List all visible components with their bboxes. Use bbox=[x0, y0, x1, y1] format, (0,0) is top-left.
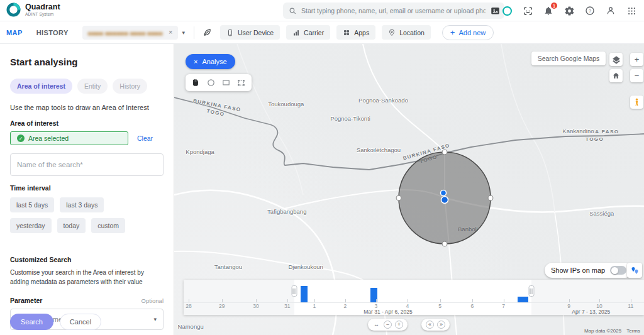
tab-entity[interactable]: Entity bbox=[77, 79, 108, 94]
timeline-tick bbox=[287, 299, 288, 302]
draw-polygon-tool[interactable] bbox=[235, 77, 247, 89]
timeline-tick bbox=[222, 299, 223, 302]
map-canvas[interactable]: BURKINA FASOTOGOBURKINA FASOTOGOBURKINA … bbox=[174, 44, 644, 335]
timeline-range-handle[interactable] bbox=[291, 285, 297, 297]
upload-photo-icon[interactable] bbox=[490, 6, 501, 16]
page-title: Start analysing bbox=[10, 57, 164, 67]
preset-last-3-days[interactable]: last 3 days bbox=[60, 197, 104, 212]
draw-rectangle-tool[interactable] bbox=[220, 77, 232, 89]
filter-user-device[interactable]: User Device bbox=[220, 25, 280, 40]
filter-carrier[interactable]: Carrier bbox=[286, 25, 330, 40]
notifications-bell-icon[interactable]: 1 bbox=[542, 4, 555, 17]
svg-text:?: ? bbox=[589, 8, 591, 14]
preset-yesterday[interactable]: yesterday bbox=[10, 218, 52, 233]
device-location-marker[interactable] bbox=[441, 190, 447, 196]
timeline-range-handle[interactable] bbox=[528, 285, 534, 297]
face-scan-icon[interactable] bbox=[521, 4, 534, 17]
timeline-tick bbox=[599, 299, 600, 302]
settings-gear-icon[interactable] bbox=[563, 4, 575, 17]
analyse-button[interactable]: × Analyse bbox=[186, 54, 235, 69]
time-presets: last 5 days last 3 days yesterday today … bbox=[10, 197, 145, 233]
timeline-activity-bar bbox=[518, 297, 528, 302]
filter-location[interactable]: Location bbox=[382, 25, 431, 40]
pan-hand-tool[interactable] bbox=[190, 77, 202, 89]
cancel-button[interactable]: Cancel bbox=[60, 314, 101, 330]
search-button[interactable]: Search bbox=[10, 314, 53, 330]
draw-tools-palette bbox=[186, 74, 252, 91]
aoi-resize-handle-s[interactable] bbox=[442, 241, 447, 246]
zoom-in-button[interactable]: + bbox=[630, 53, 643, 66]
aoi-label: Area of interest bbox=[10, 119, 164, 127]
close-icon[interactable]: × bbox=[169, 29, 172, 36]
aoi-status-row: ✓ Area selected Clear bbox=[10, 131, 164, 145]
home-icon bbox=[612, 72, 620, 80]
layers-icon bbox=[612, 55, 621, 64]
clear-link[interactable]: Clear bbox=[137, 135, 153, 142]
aoi-resize-handle-w[interactable] bbox=[396, 195, 401, 200]
global-search-input[interactable] bbox=[301, 7, 486, 14]
show-ips-toggle[interactable] bbox=[610, 266, 626, 275]
terms-link[interactable]: Terms bbox=[626, 328, 640, 334]
timeline-next-button[interactable]: » bbox=[437, 321, 445, 329]
preset-custom[interactable]: custom bbox=[91, 218, 125, 233]
timeline-tick bbox=[189, 299, 189, 302]
ip-markers-button[interactable] bbox=[627, 263, 642, 278]
chevron-down-icon[interactable]: ▾ bbox=[182, 30, 185, 36]
tab-history-sidebar[interactable]: History bbox=[113, 79, 147, 94]
timeline-zoom-out-button[interactable]: − bbox=[384, 321, 392, 329]
time-interval-label: Time interval bbox=[10, 184, 164, 192]
tab-area-of-interest[interactable]: Area of interest bbox=[10, 79, 72, 94]
brand-subtitle: ADINT System bbox=[25, 12, 60, 16]
timeline-dim-left bbox=[184, 280, 294, 315]
timeline-range-label: Mar 31 - Apr 6, 2025 bbox=[364, 309, 413, 315]
show-ips-control[interactable]: Show IPs on map bbox=[545, 263, 633, 278]
filter-apps[interactable]: Apps bbox=[336, 25, 375, 40]
timeline-tick bbox=[504, 299, 504, 302]
timeline-pan-button[interactable]: ↔ bbox=[372, 321, 380, 329]
aoi-resize-handle-n[interactable] bbox=[442, 150, 447, 155]
view-toolbar: MAP HISTORY ▄▄▄▄ ▄▄▄▄▄▄ ▄▄▄▄ ▄▄▄▄ × ▾ Us… bbox=[0, 21, 644, 44]
pegman-icon bbox=[633, 97, 641, 107]
notification-badge: 1 bbox=[551, 3, 557, 9]
plus-icon: + bbox=[450, 28, 455, 36]
timeline-tick-label: 28 bbox=[186, 303, 191, 309]
timeline-tick bbox=[345, 299, 346, 302]
draw-circle-tool[interactable] bbox=[205, 77, 217, 89]
user-profile-icon[interactable] bbox=[604, 4, 617, 17]
timeline-prev-button[interactable]: « bbox=[426, 321, 434, 329]
signal-bars-icon bbox=[292, 29, 300, 36]
workspace-tab[interactable]: ▄▄▄▄ ▄▄▄▄▄▄ ▄▄▄▄ ▄▄▄▄ × bbox=[82, 26, 179, 40]
global-search[interactable] bbox=[283, 3, 504, 19]
zoom-out-button[interactable]: − bbox=[630, 69, 643, 82]
timeline-tick bbox=[569, 299, 570, 302]
draw-feather-icon[interactable] bbox=[203, 28, 212, 37]
quadrant-logo-icon bbox=[6, 3, 21, 17]
sidebar-tabs: Area of interest Entity History bbox=[10, 79, 164, 94]
home-button[interactable] bbox=[609, 69, 623, 82]
timeline-tick bbox=[408, 299, 408, 302]
help-icon[interactable]: ? bbox=[584, 4, 596, 17]
phone-icon bbox=[226, 29, 234, 36]
apps-grid-icon bbox=[343, 29, 350, 36]
google-maps-search-button[interactable]: Search Google Maps bbox=[531, 52, 606, 65]
preset-last-5-days[interactable]: last 5 days bbox=[10, 197, 54, 212]
brand[interactable]: Quadrant ADINT System bbox=[6, 3, 60, 17]
search-name-input[interactable] bbox=[10, 153, 164, 176]
timeline-tick-label: 1 bbox=[313, 303, 316, 309]
device-location-marker[interactable] bbox=[441, 197, 448, 204]
add-new-button[interactable]: + Add new bbox=[442, 25, 494, 40]
status-ring-icon[interactable] bbox=[501, 4, 513, 17]
apps-grid-menu-icon[interactable] bbox=[625, 4, 638, 17]
street-view-pegman[interactable] bbox=[630, 96, 643, 109]
tab-map[interactable]: MAP bbox=[6, 29, 23, 36]
header-icons: 1 ? bbox=[501, 0, 638, 21]
tab-history[interactable]: HISTORY bbox=[36, 29, 69, 36]
aoi-resize-handle-e[interactable] bbox=[488, 195, 493, 200]
timeline-tick-label: 29 bbox=[219, 303, 225, 309]
timeline-zoom-in-button[interactable]: + bbox=[395, 321, 403, 329]
preset-today[interactable]: today bbox=[57, 218, 86, 233]
parameter-row: Parameter Optional bbox=[10, 297, 164, 304]
map-layers-button[interactable] bbox=[609, 53, 623, 66]
map-attribution: Map data ©2025 Terms bbox=[584, 328, 640, 334]
timeline-strip[interactable]: 28293031123456791011Mar 31 - Apr 6, 2025… bbox=[184, 280, 644, 315]
